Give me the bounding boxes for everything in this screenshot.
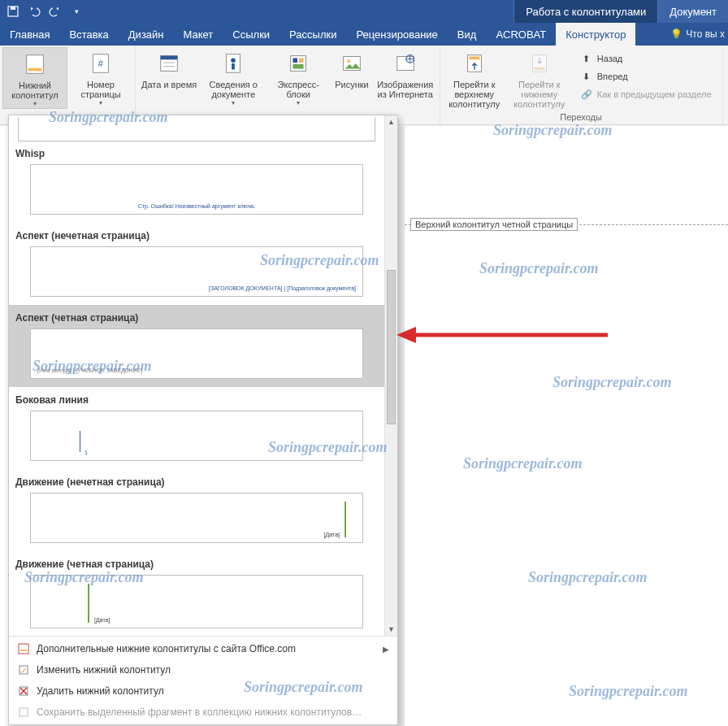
scroll-down-icon[interactable]: ▼ xyxy=(385,623,397,636)
contextual-tool-tabs: Работа с колонтитулами Документ xyxy=(514,0,728,23)
chevron-down-icon: ▾ xyxy=(297,100,300,107)
qat-customize-icon[interactable]: ▾ xyxy=(70,5,83,18)
goto-header-button[interactable]: Перейти к верхнему колонтитулу xyxy=(443,47,506,109)
ribbon-tabs: Главная Вставка Дизайн Макет Ссылки Расс… xyxy=(0,23,728,46)
title-bar: ▾ Работа с колонтитулами Документ xyxy=(0,0,728,23)
pictures-icon xyxy=(339,50,365,76)
tab-design[interactable]: Дизайн xyxy=(119,23,174,46)
svg-rect-3 xyxy=(28,68,42,72)
date-time-button[interactable]: Дата и время xyxy=(138,47,200,89)
doc-info-button[interactable]: Сведения о документе ▾ xyxy=(202,47,265,107)
tab-constructor[interactable]: Конструктор xyxy=(556,23,635,46)
ribbon-group-header-footer: Нижний колонтитул ▾ # Номер страницы ▾ xyxy=(0,46,136,124)
doc-info-icon xyxy=(220,50,246,76)
svg-point-18 xyxy=(347,59,350,63)
page-number-button[interactable]: # Номер страницы ▾ xyxy=(69,47,132,107)
nav-forward-icon: ⬇ xyxy=(581,71,592,82)
submenu-arrow-icon: ▶ xyxy=(383,645,389,654)
more-footers-office[interactable]: Дополнительные нижние колонтитулы с сайт… xyxy=(9,638,397,659)
office-icon xyxy=(17,642,30,655)
tab-view[interactable]: Вид xyxy=(448,23,487,46)
redo-icon[interactable] xyxy=(49,5,62,18)
remove-footer-icon xyxy=(17,685,30,698)
goto-footer-icon xyxy=(526,50,552,76)
footer-gallery-dropdown: Whisp Стр. Ошибка! Неизвестный аргумент … xyxy=(8,115,398,725)
scroll-up-icon[interactable]: ▲ xyxy=(385,115,397,128)
watermark: Soringpcrepair.com xyxy=(528,569,648,586)
scroll-thumb[interactable] xyxy=(387,270,396,424)
gallery-item-side-line[interactable]: Боковая линия 1 xyxy=(9,387,384,469)
tab-mailings[interactable]: Рассылки xyxy=(280,23,346,46)
undo-icon[interactable] xyxy=(28,5,41,18)
gallery-item-aspect-odd[interactable]: Аспект (нечетная страница) [ЗАГОЛОВОК ДО… xyxy=(9,223,384,305)
save-selection-to-gallery: Сохранить выделенный фрагмент в коллекци… xyxy=(9,702,397,723)
gallery-footer-menu: Дополнительные нижние колонтитулы с сайт… xyxy=(9,636,397,724)
online-pictures-icon xyxy=(392,50,418,76)
svg-rect-22 xyxy=(469,57,479,60)
lightbulb-icon: 💡 xyxy=(670,28,682,40)
quick-access-toolbar: ▾ xyxy=(0,5,83,18)
ribbon-group-insert: Дата и время Сведения о документе ▾ Эксп… xyxy=(136,46,440,124)
quick-parts-button[interactable]: Экспресс-блоки ▾ xyxy=(266,47,330,107)
svg-rect-14 xyxy=(293,58,298,63)
svg-rect-27 xyxy=(19,644,28,654)
svg-rect-15 xyxy=(299,58,304,63)
svg-rect-7 xyxy=(161,56,178,60)
watermark: Soringpcrepair.com xyxy=(463,455,583,472)
ribbon: Нижний колонтитул ▾ # Номер страницы ▾ Д… xyxy=(0,46,728,125)
edit-footer[interactable]: Изменить нижний колонтитул xyxy=(9,659,397,680)
quick-parts-icon xyxy=(285,50,311,76)
save-icon[interactable] xyxy=(6,5,20,18)
svg-text:#: # xyxy=(98,59,104,68)
chevron-down-icon: ▾ xyxy=(99,100,102,107)
nav-forward[interactable]: ⬇Вперед xyxy=(578,68,715,85)
chevron-down-icon: ▾ xyxy=(232,100,235,107)
tab-home[interactable]: Главная xyxy=(0,23,59,46)
edit-footer-icon xyxy=(17,663,30,676)
tab-insert[interactable]: Вставка xyxy=(59,23,118,46)
footer-icon xyxy=(22,51,48,77)
gallery-scrollbar[interactable]: ▲ ▼ xyxy=(384,115,397,636)
transitions-group-label: Переходы xyxy=(443,111,720,124)
svg-rect-33 xyxy=(20,708,28,716)
watermark: Soringpcrepair.com xyxy=(552,374,672,391)
goto-header-icon xyxy=(462,50,488,76)
tab-acrobat[interactable]: ACROBAT xyxy=(486,23,556,46)
svg-rect-28 xyxy=(20,650,27,651)
tab-review[interactable]: Рецензирование xyxy=(346,23,447,46)
svg-rect-24 xyxy=(534,67,544,71)
save-selection-icon xyxy=(17,706,30,719)
gallery-item-whisp[interactable]: Whisp Стр. Ошибка! Неизвестный аргумент … xyxy=(9,115,384,223)
nav-back[interactable]: ⬆Назад xyxy=(578,50,715,67)
gallery-item-motion-odd[interactable]: Движение (нечетная страница) [Дата] xyxy=(9,469,384,551)
pictures-button[interactable]: Рисунки xyxy=(332,47,372,89)
online-pictures-button[interactable]: Изображения из Интернета xyxy=(374,47,437,99)
svg-rect-12 xyxy=(232,63,235,70)
nav-back-icon: ⬆ xyxy=(581,53,592,64)
footer-button[interactable]: Нижний колонтитул ▾ xyxy=(2,47,67,109)
watermark: Soringpcrepair.com xyxy=(569,683,688,700)
tab-layout[interactable]: Макет xyxy=(174,23,223,46)
annotation-arrow xyxy=(396,325,608,345)
link-previous-icon: 🔗 xyxy=(581,89,592,100)
document-name-label: Документ xyxy=(657,0,728,23)
chevron-down-icon: ▾ xyxy=(33,101,37,108)
calendar-icon xyxy=(156,50,182,76)
svg-rect-1 xyxy=(11,7,15,10)
gallery-scroll-area: Whisp Стр. Ошибка! Неизвестный аргумент … xyxy=(9,115,397,636)
ribbon-group-navigation: Перейти к верхнему колонтитулу Перейти к… xyxy=(440,46,723,124)
nav-column: ⬆Назад ⬇Вперед 🔗Как в предыдущем разделе xyxy=(573,47,720,106)
watermark: Soringpcrepair.com xyxy=(479,260,599,277)
even-page-header-badge: Верхний колонтитул четной страницы xyxy=(410,218,578,231)
header-footer-tools-label: Работа с колонтитулами xyxy=(514,0,657,23)
gallery-item-motion-even[interactable]: Движение (четная страница) [Дата] xyxy=(9,551,384,636)
svg-rect-16 xyxy=(293,64,304,69)
tab-references[interactable]: Ссылки xyxy=(223,23,280,46)
link-previous: 🔗Как в предыдущем разделе xyxy=(578,86,715,102)
svg-point-11 xyxy=(231,58,236,63)
gallery-item-aspect-even[interactable]: Аспект (четная страница) [Имя автора] | … xyxy=(9,305,384,387)
goto-footer-button[interactable]: Перейти к нижнему колонтитулу xyxy=(508,47,571,109)
tell-me-search[interactable]: 💡 Что вы х xyxy=(670,23,725,46)
remove-footer[interactable]: Удалить нижний колонтитул xyxy=(9,680,397,702)
page-number-icon: # xyxy=(88,50,114,76)
